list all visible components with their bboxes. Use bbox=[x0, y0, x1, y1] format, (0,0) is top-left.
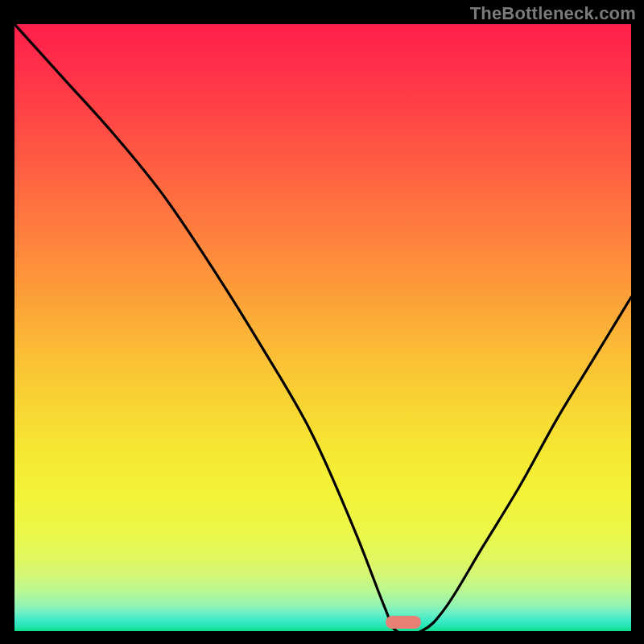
optimal-marker bbox=[386, 616, 421, 629]
plot-area bbox=[14, 24, 631, 631]
bottleneck-curve bbox=[14, 24, 631, 631]
watermark-text: TheBottleneck.com bbox=[470, 3, 636, 24]
chart-frame: TheBottleneck.com bbox=[0, 0, 644, 644]
